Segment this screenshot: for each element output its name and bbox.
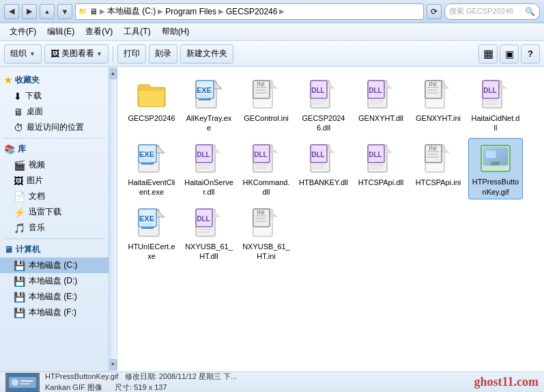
address-bar-container: ◀ ▶ ▲ ▼ 📁 🖥 ▶ 本地磁盘 (C:) ▶ Program Files … xyxy=(0,0,544,23)
thunder-label: 迅雷下载 xyxy=(29,206,61,218)
sidebar-item-pictures[interactable]: 🖼 图片 xyxy=(0,173,109,188)
file-item[interactable]: DLL HKCommand.dll xyxy=(239,138,294,199)
file-item[interactable]: EXE AllKeyTray.exe xyxy=(182,74,236,135)
burn-button[interactable]: 刻录 xyxy=(149,44,177,64)
file-item[interactable]: GIF HTPressButtonKey.gif xyxy=(468,138,523,199)
sidebar-item-video[interactable]: 🎬 视频 xyxy=(0,157,109,173)
file-icon: DLL xyxy=(307,78,340,111)
e-drive-icon: 💾 xyxy=(14,292,25,303)
library-icon: 📚 xyxy=(4,144,15,154)
status-type: Kankan GIF 图像 xyxy=(45,383,102,391)
file-item[interactable]: INI NXYUSB_61_HT.ini xyxy=(239,202,294,264)
menu-file[interactable]: 文件(F) xyxy=(4,25,42,39)
music-label: 音乐 xyxy=(29,222,45,234)
computer-icon: 🖥 xyxy=(4,244,13,255)
search-icon[interactable]: 🔍 xyxy=(525,7,535,16)
library-label: 库 xyxy=(18,143,26,155)
layout1-button[interactable]: ▦ xyxy=(478,44,498,64)
status-info: HTPressButtonKey.gif 修改日期: 2008/11/12 星期… xyxy=(45,372,237,392)
file-item[interactable]: GECSP20246 xyxy=(124,74,179,135)
file-item[interactable]: DLL NXYUSB_61_HT.dll xyxy=(182,202,236,264)
views-button[interactable]: 🖼 美图看看 ▼ xyxy=(44,44,109,64)
library-section: 📚 库 🎬 视频 🖼 图片 📄 文档 ⚡ 迅雷下载 🎵 音乐 xyxy=(0,141,109,236)
sidebar-scrollbar[interactable]: ▲ ▼ xyxy=(109,67,117,372)
toolbar: 组织 ▼ 🖼 美图看看 ▼ 打印 刻录 新建文件夹 ▦ ▣ ? xyxy=(0,41,544,67)
svg-text:DLL: DLL xyxy=(483,87,496,94)
computer-title[interactable]: 🖥 计算机 xyxy=(0,242,109,257)
file-item[interactable]: DLL HTCSPApi.dll xyxy=(354,138,408,199)
file-item[interactable]: DLL HaitaiOnServer.dll xyxy=(182,138,236,199)
computer-section: 🖥 计算机 💾 本地磁盘 (C:) 💾 本地磁盘 (D:) 💾 本地磁盘 (E:… xyxy=(0,242,109,320)
status-filename-value: HTPressButtonKey.gif xyxy=(45,372,118,380)
download-icon: ⬇ xyxy=(14,91,22,102)
menu-help[interactable]: 帮助(H) xyxy=(156,25,195,39)
main-layout: ★ 收藏夹 ⬇ 下载 🖥 桌面 ⏱ 最近访问的位置 📚 库 � xyxy=(0,67,544,372)
path-computer-icon: 🖥 xyxy=(89,7,98,16)
desktop-label: 桌面 xyxy=(27,106,43,117)
file-label: GENXYHT.dll xyxy=(358,113,403,123)
scroll-up-btn[interactable]: ▲ xyxy=(110,68,117,79)
sidebar-item-e[interactable]: 💾 本地磁盘 (E:) xyxy=(0,289,109,305)
forward-button[interactable]: ▶ xyxy=(22,4,37,19)
search-bar[interactable]: 搜索 GECSP20246 🔍 xyxy=(444,3,540,20)
file-icon: GIF xyxy=(479,143,512,174)
sidebar-item-desktop[interactable]: 🖥 桌面 xyxy=(0,104,109,120)
help-button[interactable]: ? xyxy=(521,44,540,64)
menu-edit[interactable]: 编辑(E) xyxy=(42,25,80,39)
file-icon: DLL xyxy=(250,142,283,175)
recent-icon: ⏱ xyxy=(14,122,23,133)
file-item[interactable]: EXE HaitaiEventClient.exe xyxy=(124,138,179,199)
file-item[interactable]: DLL GENXYHT.dll xyxy=(354,74,408,135)
print-button[interactable]: 打印 xyxy=(117,44,146,64)
favorites-title[interactable]: ★ 收藏夹 xyxy=(0,72,109,88)
organize-button[interactable]: 组织 ▼ xyxy=(4,44,42,64)
sidebar-item-recent[interactable]: ⏱ 最近访问的位置 xyxy=(0,120,109,135)
refresh-button[interactable]: ⟳ xyxy=(427,4,442,19)
scroll-down-btn[interactable]: ▼ xyxy=(110,359,117,370)
path-c-drive[interactable]: 本地磁盘 (C:) xyxy=(107,5,156,17)
file-item[interactable]: EXE HTUnIECert.exe xyxy=(124,202,179,264)
d-drive-icon: 💾 xyxy=(14,276,25,287)
sidebar-item-thunder[interactable]: ⚡ 迅雷下载 xyxy=(0,204,109,220)
file-item[interactable]: DLL GECSP20246.dll xyxy=(296,74,351,135)
file-icon: INI xyxy=(422,78,455,111)
section-divider-1 xyxy=(4,138,104,139)
sidebar-item-music[interactable]: 🎵 音乐 xyxy=(0,220,109,236)
file-label: NXYUSB_61_HT.ini xyxy=(242,242,291,261)
file-item[interactable]: DLL HTBANKEY.dll xyxy=(296,138,351,199)
sidebar-item-download[interactable]: ⬇ 下载 xyxy=(0,88,109,104)
menu-view[interactable]: 查看(V) xyxy=(80,25,118,39)
file-label: GECSP20246.dll xyxy=(299,113,348,132)
svg-rect-96 xyxy=(20,380,33,382)
recent-label: 最近访问的位置 xyxy=(27,122,84,133)
file-item[interactable]: INI GEControl.ini xyxy=(239,74,294,135)
computer-label: 计算机 xyxy=(16,244,40,255)
menu-tools[interactable]: 工具(T) xyxy=(118,25,156,39)
views-label: 美图看看 xyxy=(61,48,94,59)
back-button[interactable]: ◀ xyxy=(4,4,19,19)
file-item[interactable]: INI HTCSPApi.ini xyxy=(411,138,466,199)
sidebar-item-f[interactable]: 💾 本地磁盘 (F:) xyxy=(0,305,109,320)
address-bar[interactable]: 📁 🖥 ▶ 本地磁盘 (C:) ▶ Program Files ▶ GECSP2… xyxy=(75,3,424,20)
sidebar-item-d[interactable]: 💾 本地磁盘 (D:) xyxy=(0,273,109,289)
dropdown-button[interactable]: ▼ xyxy=(57,4,72,19)
svg-text:EXE: EXE xyxy=(139,214,154,223)
file-icon: INI xyxy=(250,206,283,239)
library-title[interactable]: 📚 库 xyxy=(0,141,109,157)
file-label: HTBANKEY.dll xyxy=(299,178,348,187)
file-area: GECSP20246 EXE AllKeyTray.exe INI GECont… xyxy=(117,67,544,372)
newfolder-button[interactable]: 新建文件夹 xyxy=(180,44,233,64)
layout2-button[interactable]: ▣ xyxy=(500,44,519,64)
file-icon: EXE xyxy=(135,142,168,175)
file-item[interactable]: INI GENXYHT.ini xyxy=(411,74,466,135)
sidebar-item-c[interactable]: 💾 本地磁盘 (C:) xyxy=(0,257,109,273)
sidebar-item-documents[interactable]: 📄 文档 xyxy=(0,188,109,204)
toolbar-sep1 xyxy=(113,46,113,62)
up-button[interactable]: ▲ xyxy=(40,4,55,19)
file-icon: DLL xyxy=(192,206,225,239)
toolbar-right: ▦ ▣ ? xyxy=(478,44,540,64)
e-drive-label: 本地磁盘 (E:) xyxy=(29,291,77,303)
file-icon: EXE xyxy=(135,206,168,239)
file-item[interactable]: DLL HaitaiCidNet.dll xyxy=(468,74,523,135)
file-icon: DLL xyxy=(307,142,340,175)
